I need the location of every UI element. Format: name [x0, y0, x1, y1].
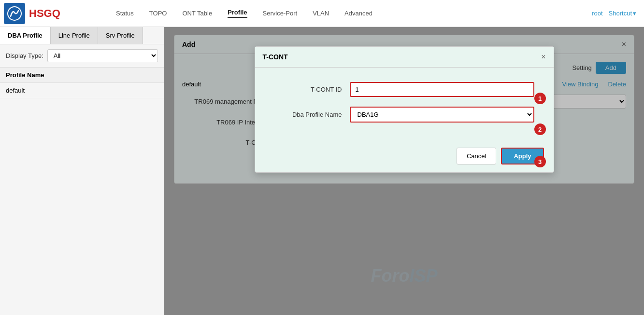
nav-right: root Shortcut ▾	[592, 10, 644, 17]
nav-topo[interactable]: TOPO	[149, 10, 167, 17]
logo-area: HSGQ	[0, 3, 87, 24]
tcont-modal-overlay: T-CONT × 1 T-CONT ID 2	[164, 27, 644, 315]
left-panel: DBA Profile Line Profile Srv Profile Dis…	[0, 27, 164, 315]
tcont-modal-footer: Cancel Apply	[255, 142, 554, 172]
nav-shortcut[interactable]: Shortcut ▾	[609, 10, 636, 17]
tab-dba-profile[interactable]: DBA Profile	[0, 27, 51, 44]
nav-ont-table[interactable]: ONT Table	[182, 10, 212, 17]
filter-row: Display Type: All	[0, 44, 164, 68]
nav-profile[interactable]: Profile	[228, 9, 247, 18]
step-badge-1: 1	[534, 93, 546, 104]
tcont-modal-header: T-CONT ×	[255, 47, 554, 68]
tab-bar: DBA Profile Line Profile Srv Profile	[0, 27, 164, 44]
tcont-id-row: T-CONT ID	[274, 82, 534, 97]
step-badge-3: 3	[534, 156, 546, 167]
dba-profile-row: Dba Profile Name DBA1G	[274, 107, 534, 123]
nav-advanced[interactable]: Advanced	[344, 10, 372, 17]
step-badge-2: 2	[534, 123, 546, 135]
dba-profile-label: Dba Profile Name	[274, 111, 342, 118]
nav-vlan[interactable]: VLAN	[313, 10, 329, 17]
nav-service-port[interactable]: Service-Port	[263, 10, 298, 17]
dba-profile-select[interactable]: DBA1G	[350, 107, 534, 123]
nav-links: Status TOPO ONT Table Profile Service-Po…	[87, 9, 592, 18]
tcont-modal: T-CONT × 1 T-CONT ID 2	[255, 46, 554, 173]
display-type-select[interactable]: All	[47, 49, 158, 62]
filter-label: Display Type:	[6, 52, 43, 59]
tcont-modal-body: 1 T-CONT ID 2 Dba Profile Name	[255, 68, 554, 142]
logo-icon	[4, 3, 25, 24]
main-area: DBA Profile Line Profile Srv Profile Dis…	[0, 27, 644, 315]
nav-status[interactable]: Status	[116, 10, 134, 17]
tcont-id-label: T-CONT ID	[274, 86, 342, 93]
top-nav: HSGQ Status TOPO ONT Table Profile Servi…	[0, 0, 644, 27]
tcont-modal-title: T-CONT	[263, 53, 288, 61]
logo-text: HSGQ	[29, 7, 60, 20]
tab-line-profile[interactable]: Line Profile	[51, 27, 98, 44]
cancel-button[interactable]: Cancel	[457, 148, 496, 164]
right-panel: ForoISP Add × Setting Add default View D…	[164, 27, 644, 315]
profile-row-default[interactable]: default	[0, 83, 164, 98]
nav-user: root	[592, 10, 602, 17]
shortcut-chevron-icon: ▾	[633, 10, 636, 17]
tcont-id-input[interactable]	[350, 82, 534, 97]
profile-name-header: Profile Name	[0, 68, 164, 83]
tcont-modal-close-button[interactable]: ×	[541, 53, 545, 61]
tab-srv-profile[interactable]: Srv Profile	[98, 27, 143, 44]
